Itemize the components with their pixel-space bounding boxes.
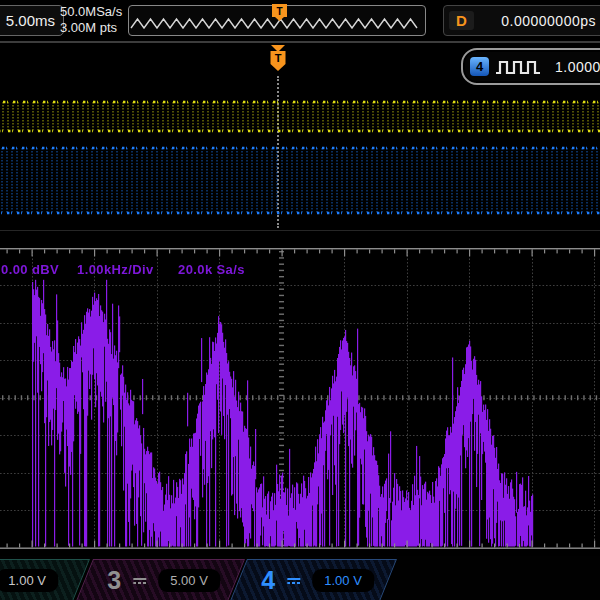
channel-2-scale: 1.00 V — [0, 569, 58, 592]
fft-ref-level-label: 0.00 dBV — [1, 262, 59, 277]
oscilloscope-screen: 5.00ms 50.0MSa/s 3.00M pts T D 0.0000000… — [0, 0, 600, 600]
blue-trace — [0, 148, 600, 213]
dc-coupling-icon — [287, 578, 300, 584]
fft-sample-rate-label: 20.0k Sa/s — [178, 262, 245, 277]
channel-3-tab[interactable]: 3 5.00 V — [76, 559, 245, 600]
channel-4-scale: 1.00 V — [312, 569, 374, 592]
dc-coupling-icon — [133, 578, 146, 584]
channel-4-tab[interactable]: 4 1.00 V — [230, 559, 397, 600]
channel-status-bar: 1.00 V 3 5.00 V 4 1.00 V — [0, 556, 600, 600]
channel-4-number: 4 — [261, 566, 275, 595]
yellow-trace — [0, 102, 600, 131]
channel-traces — [0, 0, 600, 230]
yellow-trace-verticals — [0, 102, 600, 131]
channel-3-number: 3 — [107, 566, 121, 595]
blue-trace-verticals — [0, 148, 600, 213]
channel-3-scale: 5.00 V — [158, 569, 220, 592]
channel-2-tab[interactable]: 1.00 V — [0, 559, 90, 600]
fft-scale-label: 1.00kHz/Div — [77, 262, 154, 277]
